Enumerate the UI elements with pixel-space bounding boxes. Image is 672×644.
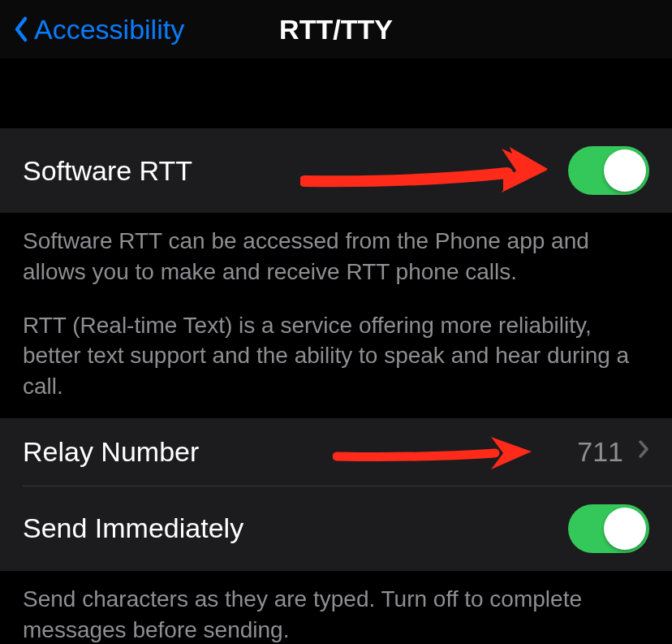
software-rtt-toggle[interactable] xyxy=(568,146,649,195)
send-immediately-label: Send Immediately xyxy=(23,512,243,544)
software-rtt-label: Software RTT xyxy=(23,155,192,187)
send-immediately-row: Send Immediately xyxy=(0,486,672,571)
section-spacer xyxy=(0,58,672,128)
navigation-bar: Accessibility RTT/TTY xyxy=(0,0,672,58)
chevron-left-icon xyxy=(13,15,29,43)
software-rtt-footer: Software RTT can be accessed from the Ph… xyxy=(0,213,672,418)
footer-paragraph: Software RTT can be accessed from the Ph… xyxy=(23,226,649,287)
chevron-right-icon xyxy=(638,439,649,465)
send-immediately-footer: Send characters as they are typed. Turn … xyxy=(0,571,672,644)
toggle-knob xyxy=(604,149,646,192)
software-rtt-row: Software RTT xyxy=(0,128,672,213)
relay-number-label: Relay Number xyxy=(23,436,199,468)
back-button[interactable]: Accessibility xyxy=(13,14,184,45)
footer-paragraph: RTT (Real-time Text) is a service offeri… xyxy=(23,310,649,402)
relay-number-value: 711 xyxy=(577,436,623,468)
row-trailing: 711 xyxy=(577,436,649,468)
toggle-knob xyxy=(604,508,646,550)
send-immediately-toggle[interactable] xyxy=(568,504,649,553)
back-label: Accessibility xyxy=(34,14,184,45)
page-title: RTT/TTY xyxy=(279,14,393,45)
relay-number-row[interactable]: Relay Number 711 xyxy=(0,418,672,486)
settings-group: Relay Number 711 Send Immediately xyxy=(0,418,672,571)
footer-paragraph: Send characters as they are typed. Turn … xyxy=(23,584,649,644)
